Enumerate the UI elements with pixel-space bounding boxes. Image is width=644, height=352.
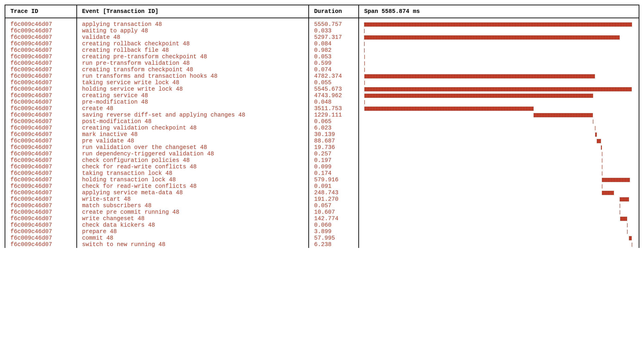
span-bar	[620, 197, 629, 201]
span-cell	[359, 67, 639, 73]
duration-cell: 0.065	[308, 118, 358, 125]
span-bar	[627, 230, 628, 234]
table-row[interactable]: f6c009c46d07holding transaction lock 485…	[5, 177, 639, 183]
table-row[interactable]: f6c009c46d07taking transaction lock 480.…	[5, 170, 639, 177]
event-cell: waiting to apply 48	[76, 28, 308, 34]
span-bar	[602, 152, 602, 156]
event-cell: validate 48	[76, 34, 308, 41]
duration-cell: 0.197	[308, 157, 358, 164]
event-cell: create 48	[76, 105, 308, 112]
span-cell	[359, 60, 639, 67]
table-row[interactable]: f6c009c46d07write changeset 48142.774	[5, 216, 639, 222]
table-row[interactable]: f6c009c46d07creating rollback file 480.9…	[5, 47, 639, 54]
trace-id-cell: f6c009c46d07	[5, 99, 77, 105]
table-row[interactable]: f6c009c46d07match subscribers 480.057	[5, 203, 639, 209]
duration-cell: 10.607	[308, 209, 358, 216]
table-row[interactable]: f6c009c46d07validate 485297.317	[5, 34, 639, 41]
duration-cell: 4782.374	[308, 73, 358, 79]
span-cell	[359, 190, 639, 196]
span-bar	[364, 107, 534, 111]
duration-cell: 4743.962	[308, 92, 358, 99]
table-row[interactable]: f6c009c46d07switch to new running 486.23…	[5, 241, 639, 248]
event-cell: mark inactive 48	[76, 131, 308, 138]
event-cell: switch to new running 48	[76, 241, 308, 248]
span-bar	[364, 42, 364, 46]
span-bar	[364, 22, 632, 26]
span-bar	[595, 132, 596, 137]
table-row[interactable]: f6c009c46d07pre validate 4888.687	[5, 138, 639, 144]
trace-id-cell: f6c009c46d07	[5, 47, 77, 54]
table-row[interactable]: f6c009c46d07taking service write lock 48…	[5, 79, 639, 86]
duration-cell: 142.774	[308, 216, 358, 222]
span-bar	[620, 204, 620, 208]
trace-id-cell: f6c009c46d07	[5, 177, 77, 183]
span-bar	[602, 165, 602, 169]
duration-cell: 6.238	[308, 241, 358, 248]
table-row[interactable]: f6c009c46d07create 483511.753	[5, 105, 639, 112]
table-row[interactable]: f6c009c46d07creating service 484743.962	[5, 92, 639, 99]
duration-cell: 0.084	[308, 41, 358, 47]
duration-cell: 0.174	[308, 170, 358, 177]
duration-cell: 3511.753	[308, 105, 358, 112]
trace-id-cell: f6c009c46d07	[5, 34, 77, 41]
span-bar	[602, 184, 602, 188]
table-row[interactable]: f6c009c46d07commit 4857.995	[5, 235, 639, 241]
table-row[interactable]: f6c009c46d07write-start 48191.270	[5, 196, 639, 203]
table-row[interactable]: f6c009c46d07holding service write lock 4…	[5, 86, 639, 92]
span-cell	[359, 157, 639, 164]
duration-cell: 6.023	[308, 125, 358, 131]
trace-id-cell: f6c009c46d07	[5, 138, 77, 144]
duration-cell: 0.033	[308, 28, 358, 34]
table-row[interactable]: f6c009c46d07creating transform checkpoin…	[5, 67, 639, 73]
table-row[interactable]: f6c009c46d07creating rollback checkpoint…	[5, 41, 639, 47]
span-cell	[359, 209, 639, 216]
col-header-duration[interactable]: Duration	[308, 5, 358, 18]
span-bar	[364, 68, 365, 72]
trace-id-cell: f6c009c46d07	[5, 164, 77, 170]
col-header-span[interactable]: Span 5585.874 ms	[359, 5, 639, 18]
duration-cell: 19.736	[308, 144, 358, 151]
event-cell: creating validation checkpoint 48	[76, 125, 308, 131]
trace-id-cell: f6c009c46d07	[5, 144, 77, 151]
table-row[interactable]: f6c009c46d07prepare 483.899	[5, 229, 639, 235]
table-row[interactable]: f6c009c46d07run transforms and transacti…	[5, 73, 639, 79]
table-row[interactable]: f6c009c46d07check data kickers 480.060	[5, 222, 639, 229]
span-cell	[359, 196, 639, 203]
table-row[interactable]: f6c009c46d07applying service meta-data 4…	[5, 190, 639, 196]
span-cell	[359, 183, 639, 190]
table-row[interactable]: f6c009c46d07run validation over the chan…	[5, 144, 639, 151]
span-cell	[359, 241, 639, 248]
table-row[interactable]: f6c009c46d07check for read-write conflic…	[5, 164, 639, 170]
span-bar	[597, 139, 601, 143]
event-cell: check configuration policies 48	[76, 157, 308, 164]
trace-id-cell: f6c009c46d07	[5, 216, 77, 222]
table-row[interactable]: f6c009c46d07run dependency-triggered val…	[5, 151, 639, 157]
col-header-event[interactable]: Event [Transaction ID]	[76, 5, 308, 18]
table-row[interactable]: f6c009c46d07creating pre-transform check…	[5, 54, 639, 60]
table-row[interactable]: f6c009c46d07applying transaction 485550.…	[5, 18, 639, 28]
span-bar	[632, 243, 632, 247]
table-row[interactable]: f6c009c46d07check configuration policies…	[5, 157, 639, 164]
span-cell	[359, 164, 639, 170]
event-cell: holding service write lock 48	[76, 86, 308, 92]
span-bar	[629, 236, 632, 240]
table-row[interactable]: f6c009c46d07run pre-transform validation…	[5, 60, 639, 67]
event-cell: create pre commit running 48	[76, 209, 308, 216]
duration-cell: 579.916	[308, 177, 358, 183]
table-row[interactable]: f6c009c46d07mark inactive 4830.139	[5, 131, 639, 138]
span-cell	[359, 112, 639, 118]
span-bar	[602, 178, 630, 182]
event-cell: pre validate 48	[76, 138, 308, 144]
table-row[interactable]: f6c009c46d07waiting to apply 480.033	[5, 28, 639, 34]
table-row[interactable]: f6c009c46d07post-modification 480.065	[5, 118, 639, 125]
span-cell	[359, 177, 639, 183]
table-row[interactable]: f6c009c46d07pre-modification 480.048	[5, 99, 639, 105]
table-row[interactable]: f6c009c46d07create pre commit running 48…	[5, 209, 639, 216]
table-row[interactable]: f6c009c46d07creating validation checkpoi…	[5, 125, 639, 131]
col-header-trace-id[interactable]: Trace ID	[5, 5, 77, 18]
table-row[interactable]: f6c009c46d07check for read-write conflic…	[5, 183, 639, 190]
table-row[interactable]: f6c009c46d07saving reverse diff-set and …	[5, 112, 639, 118]
event-cell: run pre-transform validation 48	[76, 60, 308, 67]
duration-cell: 0.599	[308, 60, 358, 67]
event-cell: check data kickers 48	[76, 222, 308, 229]
